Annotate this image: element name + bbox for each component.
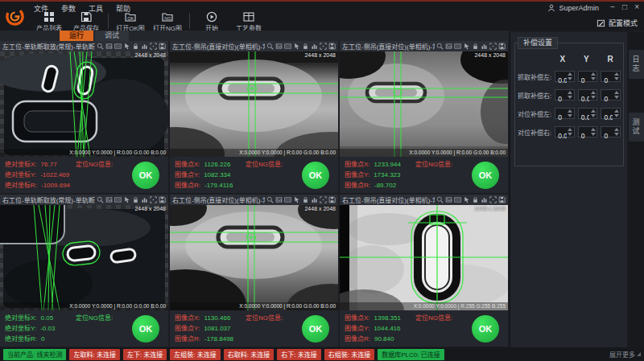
image-icon[interactable] — [445, 196, 452, 203]
toolbar: 产品列表 产品保存 打开OK图 打开NG图 开始 工艺参数 — [32, 11, 266, 32]
user-account[interactable]: SuperAdmin — [547, 4, 599, 12]
result-panel: 绝对坐标X:0.05 绝对坐标Y:-0.03 绝对坐标R:0 定位NG信息: O… — [0, 310, 168, 347]
grab-left-r-stepper[interactable] — [601, 71, 621, 82]
open-ok-image-button[interactable]: 打开OK图 — [114, 11, 147, 32]
zoom-icon[interactable] — [97, 43, 104, 50]
status-ok-badge[interactable]: OK — [302, 315, 329, 343]
cursor-icon[interactable] — [463, 196, 470, 203]
align-right-y-stepper[interactable] — [578, 126, 598, 137]
align-left-y-stepper[interactable] — [578, 108, 598, 119]
lock-icon[interactable] — [132, 196, 139, 203]
save-icon — [80, 11, 92, 23]
histogram-icon[interactable] — [481, 43, 488, 50]
camera-image[interactable]: 2448 x 2048 X:0.0000 Y:0.0000 | R:0.00 G… — [340, 51, 508, 157]
histogram-icon[interactable] — [311, 196, 318, 203]
cursor-icon[interactable] — [293, 43, 300, 50]
pixel-readout: X:0.0000 Y:0.0000 | R:0.00 G:0.00 B:0.00 — [170, 149, 338, 157]
one-to-one-icon[interactable] — [454, 43, 461, 50]
cursor-icon[interactable] — [123, 43, 130, 50]
align-right-r-stepper[interactable] — [601, 126, 621, 137]
config-mode-button[interactable]: 配置模式 — [597, 18, 638, 28]
camera-image[interactable]: 2448 x 2048 X:0.0000 Y:0.0000 | R:0.00 G… — [170, 51, 338, 157]
one-to-one-icon[interactable] — [284, 43, 291, 50]
one-to-one-icon[interactable] — [454, 196, 461, 203]
image-icon[interactable] — [445, 43, 452, 50]
grab-right-x-stepper[interactable] — [555, 89, 575, 101]
grab-right-y-stepper[interactable] — [578, 89, 598, 101]
status-ok-badge[interactable]: OK — [472, 162, 499, 189]
expand-more-button[interactable]: 展开更多 — [609, 350, 641, 359]
save-icon[interactable] — [328, 43, 336, 50]
region-icon[interactable] — [320, 196, 327, 203]
image-icon[interactable] — [105, 196, 113, 203]
folder-ok-icon — [125, 11, 136, 23]
region-icon[interactable] — [150, 43, 157, 50]
tab-debug[interactable]: 调试 — [95, 31, 129, 41]
side-tab-log[interactable]: 日志 — [629, 50, 644, 79]
view-toolbar — [436, 196, 506, 203]
cursor-icon[interactable] — [123, 196, 130, 203]
lock-icon[interactable] — [472, 43, 479, 50]
camera-image[interactable]: 2448 x 2048 X:0.0000 Y:0.0000 | R:0.00 G… — [0, 205, 168, 310]
minimize-button[interactable]: − — [610, 2, 615, 11]
align-right-x-stepper[interactable] — [555, 126, 575, 137]
save-icon[interactable] — [498, 43, 506, 50]
image-icon[interactable] — [275, 196, 283, 203]
one-to-one-icon[interactable] — [284, 196, 291, 203]
camera-image[interactable]: 2448 x 2048 X:0.0000 Y:0.0000 | R:0.00 G… — [0, 51, 168, 157]
process-params-button[interactable]: 工艺参数 — [232, 11, 266, 32]
image-resolution: 2448 x 2048 — [134, 206, 166, 211]
compensation-groupbox: 补偿设置 X Y R 抓取补偿左: 抓取补偿右: 对位补偿左: 对位补偿右: — [514, 43, 624, 166]
lock-icon[interactable] — [302, 43, 309, 50]
zoom-icon[interactable] — [436, 196, 444, 203]
region-icon[interactable] — [489, 43, 497, 50]
zoom-icon[interactable] — [436, 43, 444, 50]
save-icon[interactable] — [159, 196, 166, 203]
tab-run[interactable]: 运行 — [60, 31, 93, 41]
coord-value: 1130.466 — [204, 313, 231, 323]
open-ng-image-button[interactable]: 打开NG图 — [151, 11, 184, 32]
one-to-one-icon[interactable] — [114, 43, 122, 50]
grab-left-y-stepper[interactable] — [578, 71, 598, 82]
status-ok-badge[interactable]: OK — [132, 162, 159, 189]
lock-icon[interactable] — [302, 196, 309, 203]
lock-icon[interactable] — [472, 196, 479, 203]
status-left-down: 左下: 未连接 — [123, 349, 167, 360]
histogram-icon[interactable] — [311, 43, 318, 50]
region-icon[interactable] — [489, 196, 497, 203]
histogram-icon[interactable] — [141, 196, 148, 203]
product-list-button[interactable]: 产品列表 — [32, 11, 66, 32]
image-icon[interactable] — [105, 43, 113, 50]
start-button[interactable]: 开始 — [195, 11, 229, 32]
grab-right-r-stepper[interactable] — [601, 89, 621, 101]
save-icon[interactable] — [328, 196, 336, 203]
cursor-icon[interactable] — [293, 196, 300, 203]
close-button[interactable]: × — [634, 2, 639, 11]
status-ok-badge[interactable]: OK — [132, 315, 159, 343]
one-to-one-icon[interactable] — [114, 196, 122, 203]
zoom-icon[interactable] — [266, 43, 274, 50]
maximize-button[interactable]: □ — [622, 2, 627, 11]
lock-icon[interactable] — [132, 43, 139, 50]
region-icon[interactable] — [320, 43, 327, 50]
histogram-icon[interactable] — [141, 43, 148, 50]
histogram-icon[interactable] — [481, 196, 488, 203]
save-icon[interactable] — [159, 43, 166, 50]
cursor-icon[interactable] — [463, 43, 470, 50]
save-icon[interactable] — [498, 196, 506, 203]
camera-image[interactable]: 2448 x 2048 X:0.0000 Y:0.0000 | R:255 G:… — [340, 205, 508, 310]
align-left-x-stepper[interactable] — [555, 108, 575, 119]
region-icon[interactable] — [150, 196, 157, 203]
zoom-icon[interactable] — [97, 196, 104, 203]
zoom-icon[interactable] — [266, 196, 274, 203]
coord-label: 图像点R: — [345, 334, 370, 344]
status-ok-badge[interactable]: OK — [472, 315, 499, 343]
image-icon[interactable] — [275, 43, 283, 50]
product-save-button[interactable]: 产品保存 — [69, 11, 103, 32]
align-left-r-stepper[interactable] — [601, 108, 621, 119]
side-tab-test[interactable]: 测试 — [629, 113, 644, 142]
status-ok-badge[interactable]: OK — [302, 162, 329, 189]
product-list-icon — [43, 11, 55, 23]
grab-left-x-stepper[interactable] — [555, 71, 575, 82]
camera-image[interactable]: 2448 x 2048 X:0.0000 Y:0.0000 | R:0.00 G… — [170, 205, 338, 310]
